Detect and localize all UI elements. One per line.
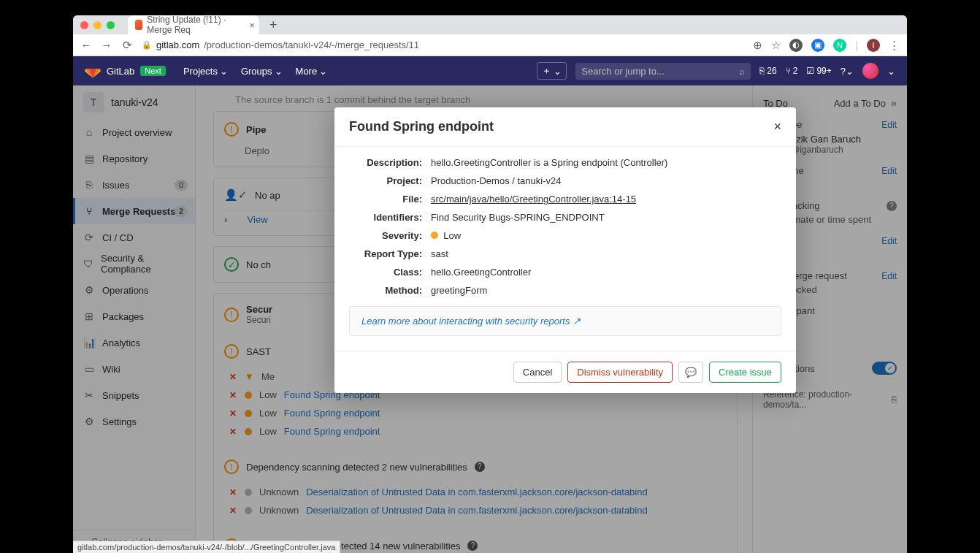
nav-groups[interactable]: Groups⌄ (241, 66, 283, 77)
field-value-description: hello.GreetingController is a Spring end… (431, 157, 781, 168)
field-value-method: greetingForm (431, 285, 781, 296)
field-label-report-type: Report Type: (349, 248, 422, 259)
nav-more[interactable]: More⌄ (296, 66, 328, 77)
issues-counter[interactable]: ⎘26 (759, 66, 776, 76)
url-host: gitlab.com (156, 39, 199, 50)
forward-icon[interactable]: → (101, 39, 112, 51)
close-window-button[interactable] (80, 21, 88, 29)
kebab-menu-icon[interactable]: ⋮ (889, 39, 900, 52)
browser-tab[interactable]: String Update (!11) · Merge Req × (128, 15, 259, 34)
external-link-icon: ↗ (573, 316, 581, 327)
severity-dot-icon (431, 232, 438, 239)
merge-icon: ⑂ (786, 66, 791, 76)
todo-counter[interactable]: ☑99+ (806, 66, 831, 76)
search-icon: ⌕ (739, 66, 745, 77)
next-badge: Next (140, 66, 166, 76)
identifier-link[interactable]: Find Security Bugs-SPRING_ENDPOINT (431, 212, 781, 223)
gitlab-header: GitLab Next Projects⌄ Groups⌄ More⌄ ＋⌄ S… (73, 56, 907, 85)
ext2-icon[interactable]: ▣ (811, 39, 824, 52)
maximize-window-button[interactable] (107, 21, 115, 29)
user-avatar[interactable] (862, 63, 878, 79)
learn-more-link[interactable]: Learn more about interacting with securi… (349, 306, 781, 336)
field-value-severity: Low (431, 230, 781, 241)
help-icon[interactable]: ?⌄ (841, 66, 854, 77)
issue-icon: ⎘ (759, 66, 765, 76)
ext3-icon[interactable]: N (833, 39, 846, 52)
browser-toolbar: ← → ⟳ 🔒 gitlab.com/production-demos/tanu… (73, 34, 907, 56)
modal-title: Found Spring endpoint (349, 119, 494, 134)
field-label-severity: Severity: (349, 230, 422, 241)
project-link[interactable]: Production-Demos / tanuki-v24 (431, 175, 781, 186)
field-label-method: Method: (349, 285, 422, 296)
create-issue-button[interactable]: Create issue (709, 362, 781, 383)
field-label-identifiers: Identifiers: (349, 212, 422, 223)
mr-counter[interactable]: ⑂2 (786, 66, 798, 76)
profile-avatar-icon[interactable]: I (867, 39, 880, 52)
browser-statusbar: gitlab.com/production-demos/tanuki-v24/-… (73, 541, 340, 553)
star-icon[interactable]: ☆ (771, 39, 781, 52)
new-dropdown-button[interactable]: ＋⌄ (537, 62, 567, 80)
chevron-down-icon: ⌄ (275, 66, 283, 77)
brand-label: GitLab (107, 66, 134, 77)
field-value-class: hello.GreetingController (431, 267, 781, 278)
field-label-description: Description: (349, 157, 422, 168)
new-tab-button[interactable]: + (265, 18, 282, 33)
field-label-project: Project: (349, 175, 422, 186)
lock-icon: 🔒 (142, 40, 152, 50)
tab-close-icon[interactable]: × (249, 20, 255, 31)
chevron-down-icon: ⌄ (220, 66, 228, 77)
reload-icon[interactable]: ⟳ (121, 39, 133, 52)
todo-icon: ☑ (806, 66, 814, 76)
address-bar[interactable]: 🔒 gitlab.com/production-demos/tanuki-v24… (142, 39, 744, 50)
dismiss-button[interactable]: Dismiss vulnerability (567, 362, 673, 383)
nav-projects[interactable]: Projects⌄ (183, 66, 228, 77)
zoom-icon[interactable]: ⊕ (753, 39, 762, 52)
toolbar-right-icons: ⊕ ☆ ◐ ▣ N | I ⋮ (753, 39, 900, 52)
search-placeholder: Search or jump to... (581, 66, 664, 77)
minimize-window-button[interactable] (93, 21, 102, 29)
chevron-down-icon: ⌄ (319, 66, 327, 77)
cancel-button[interactable]: Cancel (513, 362, 562, 383)
chevron-down-icon: ⌄ (887, 66, 895, 77)
chevron-down-icon: ⌄ (554, 66, 562, 77)
tab-title: String Update (!11) · Merge Req (147, 15, 239, 35)
gitlab-logo[interactable]: GitLab Next (85, 63, 166, 79)
vulnerability-modal: Found Spring endpoint × Description:hell… (334, 107, 796, 393)
tab-favicon (135, 20, 142, 30)
field-value-report-type: sast (431, 248, 781, 259)
back-icon[interactable]: ← (80, 39, 92, 51)
window-traffic-lights (80, 21, 115, 29)
close-icon[interactable]: × (773, 119, 781, 134)
comment-icon: 💬 (685, 367, 697, 378)
field-label-class: Class: (349, 267, 422, 278)
global-search[interactable]: Search or jump to... ⌕ (575, 63, 751, 80)
comment-button[interactable]: 💬 (678, 362, 703, 383)
browser-tab-strip: String Update (!11) · Merge Req × + (73, 15, 907, 34)
url-path: /production-demos/tanuki-v24/-/merge_req… (204, 39, 419, 50)
ext1-icon[interactable]: ◐ (789, 39, 803, 52)
field-label-file: File: (349, 194, 422, 205)
file-link[interactable]: src/main/java/hello/GreetingController.j… (431, 194, 781, 205)
